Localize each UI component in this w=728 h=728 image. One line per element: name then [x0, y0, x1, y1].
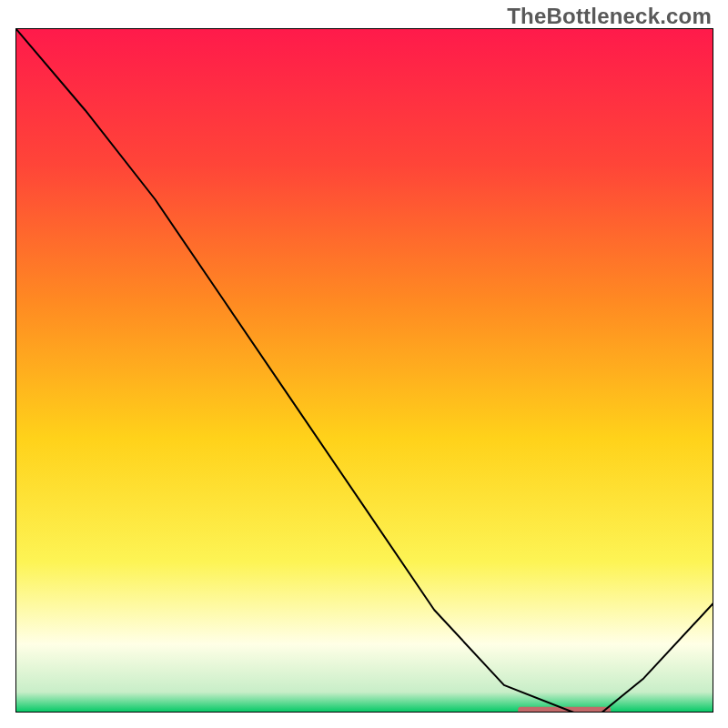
watermark-text: TheBottleneck.com	[507, 4, 712, 29]
chart-svg	[15, 28, 713, 713]
chart-plot-area	[15, 28, 713, 713]
gradient-background	[15, 28, 713, 713]
chart-stage: TheBottleneck.com	[0, 0, 728, 728]
